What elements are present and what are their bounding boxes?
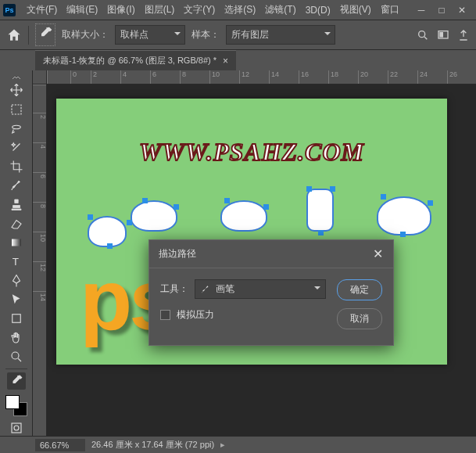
workspace-icon[interactable]: [437, 29, 449, 41]
sample-size-dropdown[interactable]: 取样点: [115, 25, 185, 45]
ruler-tick: 12: [33, 261, 47, 291]
ruler-tick: 18: [328, 70, 358, 84]
panel-collapse-icon[interactable]: [5, 74, 27, 81]
svg-rect-2: [440, 32, 442, 36]
document-tab[interactable]: 未标题-1-恢复的 @ 66.7% (图层 3, RGB/8#) * ×: [35, 50, 236, 70]
close-button[interactable]: ✕: [456, 5, 468, 16]
foreground-color[interactable]: [5, 395, 20, 409]
gradient-tool[interactable]: [7, 234, 26, 251]
ruler-tick: 24: [417, 70, 447, 84]
ok-button[interactable]: 确定: [337, 279, 382, 300]
ruler-tick: 12: [239, 70, 269, 84]
search-icon[interactable]: [417, 29, 429, 41]
divider: [28, 26, 29, 45]
document-tab-title: 未标题-1-恢复的 @ 66.7% (图层 3, RGB/8#) *: [43, 55, 217, 67]
home-icon[interactable]: [6, 27, 22, 43]
svg-rect-3: [12, 105, 21, 114]
zoom-field[interactable]: 66.67%: [35, 439, 85, 451]
pen-tool[interactable]: [7, 272, 26, 289]
zoom-tool[interactable]: [7, 348, 26, 365]
tool-preset-icon[interactable]: [35, 23, 55, 46]
menu-file[interactable]: 文件(F): [22, 1, 62, 19]
magic-wand-tool[interactable]: [7, 138, 26, 156]
ruler-tick: [33, 84, 47, 113]
simulate-pressure-label: 模拟压力: [177, 308, 214, 322]
stamp-tool[interactable]: [7, 196, 26, 213]
svg-point-9: [14, 426, 19, 430]
document-tabs: 未标题-1-恢复的 @ 66.7% (图层 3, RGB/8#) * ×: [0, 50, 476, 70]
main-area: T 0 2 4 6 8 10 12 14 16 18 20 22: [0, 70, 476, 436]
cancel-button[interactable]: 取消: [337, 308, 382, 329]
color-swatches[interactable]: [5, 395, 27, 415]
svg-rect-8: [12, 423, 21, 433]
menu-view[interactable]: 视图(V): [335, 1, 376, 19]
ruler-tick: 26: [447, 70, 476, 84]
ruler-corner: [33, 70, 47, 84]
ruler-tick: 14: [33, 291, 47, 321]
crop-tool[interactable]: [7, 158, 26, 175]
menu-bar: Ps 文件(F) 编辑(E) 图像(I) 图层(L) 文字(Y) 选择(S) 滤…: [0, 0, 476, 20]
ruler-tick: 8: [33, 202, 47, 232]
dialog-title: 描边路径: [159, 247, 196, 261]
svg-rect-6: [12, 315, 20, 323]
ruler-tick: 4: [33, 142, 47, 172]
quick-mask-toggle[interactable]: [9, 421, 24, 436]
tool-divider: [5, 369, 27, 369]
lasso-tool[interactable]: [7, 120, 26, 137]
brush-icon: [200, 284, 211, 295]
ruler-tick: 4: [120, 70, 150, 84]
brush-tool[interactable]: [7, 177, 26, 194]
ruler-tick: 0: [70, 70, 91, 84]
maximize-button[interactable]: □: [435, 5, 448, 16]
move-tool[interactable]: [7, 81, 26, 99]
stroke-path-dialog: 描边路径 ✕ 工具： 画笔 模拟压力: [149, 239, 394, 346]
svg-point-0: [419, 31, 425, 37]
ruler-tick: 20: [358, 70, 388, 84]
canvas-area: 0 2 4 6 8 10 12 14 16 18 20 22 24 26 2 4…: [33, 70, 476, 436]
tool-select-value: 画笔: [216, 282, 234, 296]
ruler-horizontal[interactable]: 0 2 4 6 8 10 12 14 16 18 20 22 24 26: [47, 70, 476, 84]
ruler-tick: 22: [388, 70, 417, 84]
status-menu-icon[interactable]: ▸: [220, 440, 225, 450]
menu-filter[interactable]: 滤镜(T): [260, 1, 300, 19]
type-tool[interactable]: T: [7, 253, 26, 270]
ruler-tick: 14: [269, 70, 299, 84]
watermark-text: WWW.PSAHZ.COM: [56, 138, 447, 167]
simulate-pressure-checkbox[interactable]: [160, 310, 170, 320]
menu-window[interactable]: 窗口: [376, 1, 404, 19]
window-controls: ─ □ ✕: [415, 5, 473, 16]
sample-dropdown[interactable]: 所有图层: [226, 25, 335, 45]
dialog-titlebar[interactable]: 描边路径 ✕: [149, 240, 393, 268]
menu-text[interactable]: 文字(Y): [179, 1, 220, 19]
menu-3d[interactable]: 3D(D): [301, 2, 335, 18]
ruler-tick: 6: [150, 70, 180, 84]
svg-text:T: T: [12, 256, 18, 268]
menu-select[interactable]: 选择(S): [220, 1, 260, 19]
ruler-tick: [47, 70, 70, 84]
ruler-tick: 2: [33, 113, 47, 142]
eraser-tool[interactable]: [7, 215, 26, 232]
tools-panel: T: [0, 70, 33, 436]
marquee-tool[interactable]: [7, 101, 26, 118]
dialog-body: 工具： 画笔 模拟压力 确定 取消: [149, 268, 393, 345]
shape-tool[interactable]: [7, 310, 26, 327]
dialog-close-icon[interactable]: ✕: [371, 246, 384, 261]
tool-label: 工具：: [160, 282, 188, 296]
status-bar: 66.67% 26.46 厘米 x 17.64 厘米 (72 ppi) ▸: [0, 436, 476, 453]
eyedropper-tool[interactable]: [7, 372, 26, 390]
menu-image[interactable]: 图像(I): [102, 1, 139, 19]
tab-close-icon[interactable]: ×: [223, 56, 228, 67]
ruler-tick: 10: [209, 70, 239, 84]
menu-edit[interactable]: 编辑(E): [62, 1, 102, 19]
path-select-tool[interactable]: [7, 291, 26, 308]
ruler-tick: 16: [299, 70, 328, 84]
share-icon[interactable]: [457, 29, 470, 41]
ruler-vertical[interactable]: 2 4 6 8 10 12 14: [33, 84, 47, 436]
menu-layer[interactable]: 图层(L): [140, 1, 180, 19]
sample-size-label: 取样大小：: [62, 28, 109, 41]
svg-rect-4: [12, 239, 21, 246]
document-dimensions: 26.46 厘米 x 17.64 厘米 (72 ppi): [91, 439, 214, 451]
hand-tool[interactable]: [7, 329, 26, 347]
minimize-button[interactable]: ─: [415, 5, 428, 16]
tool-select[interactable]: 画笔: [195, 279, 326, 299]
